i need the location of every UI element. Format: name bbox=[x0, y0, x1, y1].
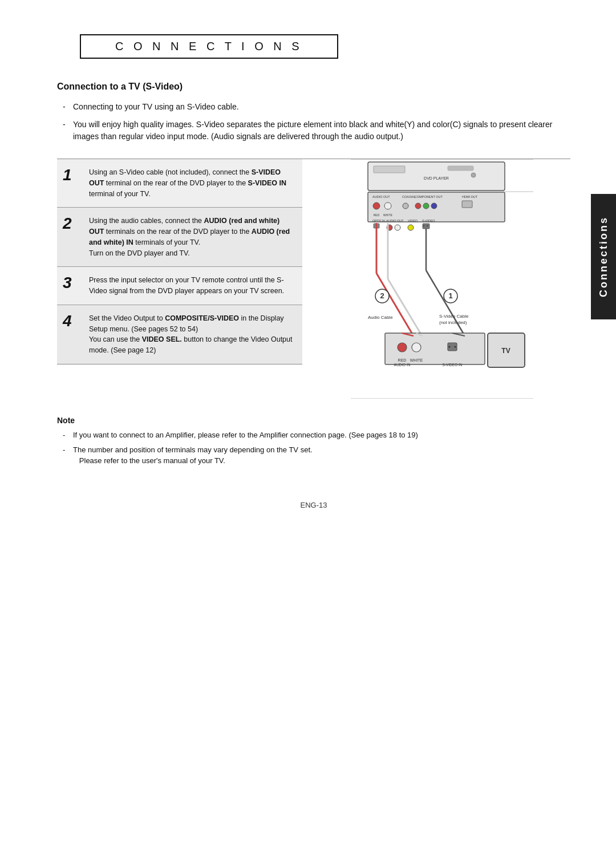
step-4-row: 4 Set the Video Output to COMPOSITE/S-VI… bbox=[57, 305, 302, 364]
svg-text:HDMI OUT: HDMI OUT bbox=[462, 195, 478, 198]
svg-point-23 bbox=[395, 225, 400, 230]
svg-text:DVD PLAYER: DVD PLAYER bbox=[424, 176, 449, 180]
step-3-text: Press the input selector on your TV remo… bbox=[89, 275, 294, 297]
svg-text:S-VIDEO: S-VIDEO bbox=[422, 219, 435, 222]
svg-point-14 bbox=[415, 203, 421, 209]
svg-point-28 bbox=[423, 225, 424, 226]
note-title: Note bbox=[57, 416, 570, 425]
svg-rect-18 bbox=[462, 201, 472, 208]
svg-point-47 bbox=[398, 343, 407, 352]
intro-item-1: Connecting to your TV using an S-Video c… bbox=[63, 101, 570, 113]
diagram-svg-wrap: DVD PLAYER AUDIO OUT RED WHITE COAXIAL bbox=[314, 159, 570, 399]
page-number: ENG-13 bbox=[57, 501, 570, 509]
svg-point-3 bbox=[471, 173, 476, 177]
svg-text:2: 2 bbox=[380, 291, 384, 300]
intro-list: Connecting to your TV using an S-Video c… bbox=[57, 101, 570, 143]
step-1-wrap: 1 Using an S-Video cable (not included),… bbox=[57, 159, 302, 208]
step-3-row: 3 Press the input selector on your TV re… bbox=[57, 267, 302, 305]
step-4-wrap: 4 Set the Video Output to COMPOSITE/S-VI… bbox=[57, 305, 302, 364]
step-2-row: 2 Using the audio cables, connect the AU… bbox=[57, 208, 302, 266]
note-item-2: The number and position of terminals may… bbox=[63, 444, 570, 467]
step-1-text: Using an S-Video cable (not included), c… bbox=[89, 167, 294, 199]
step-2-text: Using the audio cables, connect the AUDI… bbox=[89, 216, 294, 258]
svg-point-12 bbox=[403, 203, 408, 209]
svg-text:RED: RED bbox=[374, 213, 380, 217]
svg-text:OPTICAL: OPTICAL bbox=[372, 219, 386, 222]
page: Connections C O N N E C T I O N S Connec… bbox=[0, 0, 616, 851]
intro-item-2: You will enjoy high quality images. S-Vi… bbox=[63, 119, 570, 143]
svg-text:S-Video Cable: S-Video Cable bbox=[439, 314, 469, 319]
svg-point-25 bbox=[408, 225, 414, 230]
svg-text:WHITE: WHITE bbox=[410, 358, 423, 362]
svg-point-15 bbox=[423, 203, 429, 209]
svg-text:Audio Cable: Audio Cable bbox=[368, 315, 393, 320]
page-header: C O N N E C T I O N S bbox=[80, 34, 338, 59]
svg-text:WHITE: WHITE bbox=[383, 213, 393, 217]
connection-diagram: DVD PLAYER AUDIO OUT RED WHITE COAXIAL bbox=[351, 159, 533, 399]
svg-text:S-VIDEO IN: S-VIDEO IN bbox=[442, 363, 462, 367]
step-1-number: 1 bbox=[63, 167, 83, 183]
svg-text:AUDIO OUT: AUDIO OUT bbox=[386, 219, 404, 222]
step-2-number: 2 bbox=[63, 216, 83, 232]
svg-point-16 bbox=[431, 203, 437, 209]
svg-text:1: 1 bbox=[448, 291, 452, 300]
svg-point-51 bbox=[455, 346, 456, 348]
svg-text:(not included): (not included) bbox=[439, 320, 467, 325]
svg-line-34 bbox=[388, 279, 422, 336]
step-1-row: 1 Using an S-Video cable (not included),… bbox=[57, 159, 302, 207]
svg-text:TV: TV bbox=[501, 347, 510, 355]
svg-point-48 bbox=[412, 343, 421, 352]
svg-point-50 bbox=[449, 346, 451, 348]
svg-text:AUDIO IN: AUDIO IN bbox=[394, 363, 411, 367]
svg-line-36 bbox=[426, 270, 465, 336]
step-4-number: 4 bbox=[63, 313, 83, 329]
svg-text:COAXIAL: COAXIAL bbox=[402, 195, 416, 198]
svg-point-9 bbox=[384, 202, 391, 209]
svg-text:VIDEO: VIDEO bbox=[408, 219, 418, 222]
svg-text:COMPONENT OUT: COMPONENT OUT bbox=[415, 195, 443, 198]
svg-text:RED: RED bbox=[398, 358, 407, 362]
svg-text:AUDIO OUT: AUDIO OUT bbox=[372, 195, 390, 198]
step-2-wrap: 2 Using the audio cables, connect the AU… bbox=[57, 208, 302, 267]
svg-rect-2 bbox=[448, 166, 473, 171]
step-3-wrap: 3 Press the input selector on your TV re… bbox=[57, 267, 302, 305]
svg-point-7 bbox=[373, 202, 380, 209]
note-section: Note If you want to connect to an Amplif… bbox=[57, 416, 570, 467]
side-tab: Connections bbox=[591, 194, 616, 319]
page-title: C O N N E C T I O N S bbox=[115, 40, 303, 53]
diagram-column: DVD PLAYER AUDIO OUT RED WHITE COAXIAL bbox=[302, 159, 570, 399]
steps-column: 1 Using an S-Video cable (not included),… bbox=[57, 159, 302, 399]
note-list: If you want to connect to an Amplifier, … bbox=[57, 429, 570, 467]
svg-point-29 bbox=[427, 225, 428, 226]
side-tab-label: Connections bbox=[598, 216, 610, 297]
section-title: Connection to a TV (S-Video) bbox=[57, 82, 570, 92]
note-item-1: If you want to connect to an Amplifier, … bbox=[63, 429, 570, 441]
content-area: 1 Using an S-Video cable (not included),… bbox=[57, 159, 570, 399]
step-4-text: Set the Video Output to COMPOSITE/S-VIDE… bbox=[89, 313, 294, 356]
step-3-number: 3 bbox=[63, 275, 83, 291]
svg-line-32 bbox=[376, 273, 414, 336]
svg-rect-1 bbox=[374, 166, 405, 173]
